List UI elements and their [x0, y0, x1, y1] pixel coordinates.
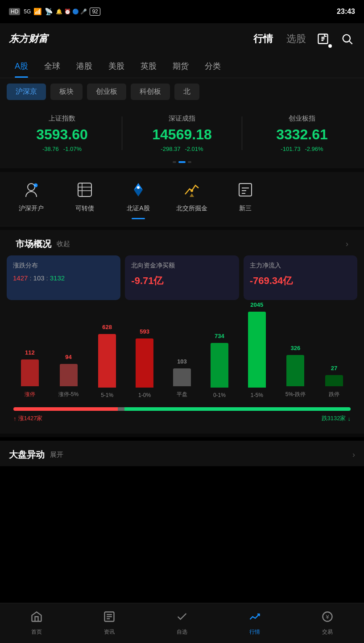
- bar-label-top-5-1: 628: [102, 324, 112, 330]
- search-button[interactable]: [339, 31, 355, 47]
- sub-tab-kechuang[interactable]: 科创板: [131, 84, 170, 100]
- tab-global[interactable]: 全球: [36, 54, 68, 78]
- market-overview-arrow: ›: [346, 239, 348, 249]
- sub-tab-chuangye[interactable]: 创业板: [87, 84, 126, 100]
- main-fund-value: -769.34亿: [250, 274, 351, 288]
- anomaly-expand[interactable]: 展开: [50, 451, 63, 459]
- anomaly-header[interactable]: 大盘异动 展开 ›: [0, 441, 364, 466]
- share-button[interactable]: [315, 31, 331, 47]
- quick-item-xinsan[interactable]: 新三: [219, 179, 272, 219]
- flat-count: 103: [33, 274, 45, 282]
- bar-0-1: [211, 343, 228, 388]
- status-icons: 🔔 ⏰ 🔵 🎤: [56, 8, 87, 15]
- svg-point-10: [137, 186, 140, 189]
- bar-label-top-limitup: 112: [25, 349, 35, 356]
- bar-label-top-1-0: 593: [140, 328, 149, 335]
- index-chuangye-name: 创业板指: [247, 114, 357, 123]
- index-shenzhen-pct: -2.01%: [185, 146, 203, 152]
- progress-rise-label: ↑ 涨1427家: [13, 414, 42, 422]
- quick-item-hushen[interactable]: + 沪深开户: [4, 179, 58, 219]
- tab-us-stock[interactable]: 美股: [100, 54, 132, 78]
- status-5g: 5G: [24, 8, 31, 15]
- trade-icon: ¥: [321, 610, 334, 626]
- hushen-icon: +: [20, 179, 42, 201]
- dot-3: [188, 161, 191, 163]
- bar-group-5-limitdown: 326 5%-跌停: [285, 345, 306, 398]
- sub-tab-bar: 沪深京 板块 创业板 科创板 北: [0, 78, 364, 105]
- nav-news[interactable]: 资讯: [73, 607, 145, 639]
- bar-group-limitdown: 27 跌停: [325, 365, 343, 398]
- market-overview-section: 市场概况 收起 › 涨跌分布 1427 : 103 : 3132 北向资金净买额…: [0, 230, 364, 434]
- anomaly-section: 大盘异动 展开 ›: [0, 441, 364, 466]
- rise-count: 1427: [13, 274, 28, 282]
- beizheng-indicator: [132, 218, 145, 219]
- xinsan-icon: [234, 179, 256, 201]
- north-fund-card[interactable]: 北向资金净买额 -9.71亿: [125, 255, 239, 300]
- bar-label-top-5-limitdown: 326: [291, 345, 301, 351]
- svg-text:+: +: [34, 184, 36, 187]
- bar-limitdown: [325, 375, 343, 386]
- nav-watchlist[interactable]: 自选: [145, 607, 218, 639]
- sub-tab-block[interactable]: 板块: [50, 84, 83, 100]
- index-divider-2: [242, 117, 242, 150]
- app-header: 东方财富 行情 选股: [0, 23, 364, 54]
- main-fund-card[interactable]: 主力净流入 -769.34亿: [244, 255, 357, 300]
- status-wifi: 📡: [45, 8, 53, 16]
- anomaly-title: 大盘异动: [9, 449, 45, 461]
- bar-bottom-flat: 平盘: [177, 391, 187, 398]
- index-shenzhen[interactable]: 深证成指 14569.18 -298.37 -2.01%: [127, 114, 237, 152]
- sub-tab-north[interactable]: 北: [174, 84, 199, 100]
- bar-label-top-0-1: 734: [215, 333, 224, 339]
- beijiaosuojuejin-label: 北交所掘金: [176, 205, 207, 213]
- index-shanghai[interactable]: 上证指数 3593.60 -38.76 -1.07%: [7, 114, 117, 152]
- svg-point-1: [343, 35, 350, 42]
- rise-fall-title: 涨跌分布: [13, 262, 114, 270]
- quick-item-beizheng[interactable]: 北证A股: [112, 179, 165, 219]
- bar-group-5-1: 628 5-1%: [98, 324, 116, 398]
- home-icon: [30, 610, 43, 626]
- header-nav-stockpick[interactable]: 选股: [286, 32, 306, 46]
- header-nav-market[interactable]: 行情: [253, 32, 273, 46]
- bar-group-flat: 103 平盘: [173, 358, 191, 398]
- bar-1-0: [136, 338, 153, 388]
- index-chuangye-abs: -101.73: [281, 146, 300, 152]
- header-navigation: 行情 选股: [253, 32, 306, 46]
- nav-market[interactable]: 行情: [219, 607, 291, 639]
- bar-bottom-0-1: 0-1%: [213, 392, 226, 398]
- quick-item-convertible[interactable]: 可转债: [58, 179, 112, 219]
- nav-trade[interactable]: ¥ 交易: [291, 607, 364, 639]
- divider-2: [0, 226, 364, 230]
- progress-fall-bar: [124, 407, 351, 411]
- tab-hk-stock[interactable]: 港股: [68, 54, 100, 78]
- bar-bottom-limitdown: 跌停: [329, 391, 339, 398]
- progress-fall-label: 跌3132家 ↓: [322, 414, 351, 422]
- bar-bottom-5-limitdown: 5%-跌停: [285, 391, 306, 398]
- progress-bar: [13, 407, 351, 411]
- dot-1: [173, 161, 176, 163]
- fall-label-text: 跌3132家: [322, 414, 346, 422]
- tab-category[interactable]: 分类: [197, 54, 229, 78]
- fall-count: 3132: [50, 274, 65, 282]
- quick-item-beijiaosuo[interactable]: 北交所掘金: [165, 179, 219, 219]
- status-signal: 📶: [33, 8, 42, 16]
- tab-uk-stock[interactable]: 英股: [132, 54, 165, 78]
- nav-home[interactable]: 首页: [0, 607, 73, 639]
- market-overview-header[interactable]: 市场概况 收起 ›: [7, 230, 357, 255]
- anomaly-arrow: ›: [352, 450, 355, 459]
- svg-text:¥: ¥: [326, 614, 330, 620]
- tab-futures[interactable]: 期货: [165, 54, 197, 78]
- index-shanghai-abs: -38.76: [42, 146, 59, 152]
- index-chuangye-pct: -2.96%: [305, 146, 323, 152]
- index-pagination: [0, 157, 364, 168]
- index-chuangye-value: 3332.61: [247, 126, 357, 143]
- sub-tab-hushen[interactable]: 沪深京: [7, 84, 46, 100]
- nav-news-label: 资讯: [104, 628, 115, 636]
- index-shanghai-change: -38.76 -1.07%: [7, 146, 117, 152]
- bar-5-1: [98, 334, 116, 388]
- rise-fall-card[interactable]: 涨跌分布 1427 : 103 : 3132: [7, 255, 120, 300]
- market-overview-collapse[interactable]: 收起: [57, 240, 70, 248]
- tab-a-stock[interactable]: A股: [7, 54, 36, 78]
- rise-arrow-icon: ↑: [13, 415, 17, 422]
- status-bar: HD 5G 📶 📡 🔔 ⏰ 🔵 🎤 92 23:43: [0, 0, 364, 23]
- index-chuangye[interactable]: 创业板指 3332.61 -101.73 -2.96%: [247, 114, 357, 152]
